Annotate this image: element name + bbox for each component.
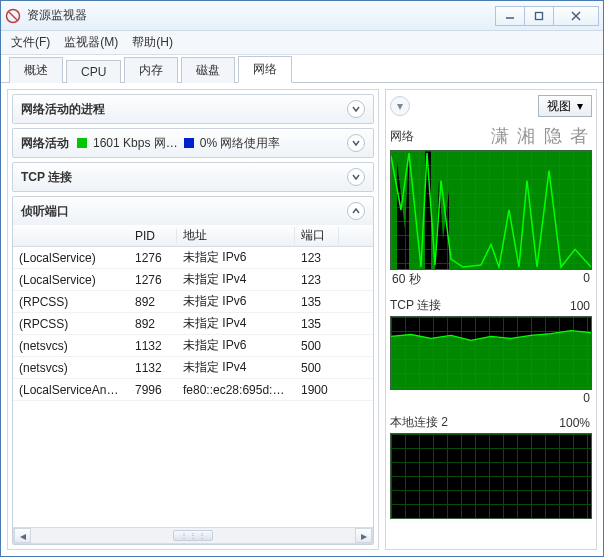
- collapse-button[interactable]: [347, 134, 365, 152]
- cell-addr: 未指定 IPv6: [177, 293, 295, 310]
- activity-usage-label: 0% 网络使用率: [200, 135, 281, 152]
- panel-processes: 网络活动的进程: [12, 94, 374, 124]
- scroll-thumb[interactable]: ⋮⋮⋮: [173, 530, 213, 541]
- graph-local-canvas: [390, 433, 592, 519]
- collapse-button[interactable]: [347, 100, 365, 118]
- col-port[interactable]: 端口: [295, 227, 339, 244]
- swatch-rate: [77, 138, 87, 148]
- panel-activity: 网络活动 1601 Kbps 网… 0% 网络使用率: [12, 128, 374, 158]
- swatch-usage: [184, 138, 194, 148]
- scroll-right-icon[interactable]: ▸: [355, 528, 372, 543]
- graph-network-left: 60 秒: [392, 271, 421, 288]
- right-toolbar: ▾ 视图 ▾: [390, 94, 592, 118]
- graph-network-right: 0: [583, 271, 590, 288]
- menu-monitor[interactable]: 监视器(M): [64, 34, 118, 51]
- tab-cpu[interactable]: CPU: [66, 60, 121, 83]
- panel-tcp-header[interactable]: TCP 连接: [13, 163, 373, 191]
- svg-line-1: [9, 12, 17, 20]
- panel-tcp-title: TCP 连接: [21, 169, 72, 186]
- cell-addr: 未指定 IPv4: [177, 359, 295, 376]
- table-header: PID 地址 端口: [13, 225, 373, 247]
- cell-name: (netsvcs): [13, 339, 129, 353]
- tab-disk[interactable]: 磁盘: [181, 57, 235, 83]
- titlebar[interactable]: 资源监视器: [1, 1, 603, 31]
- cell-pid: 892: [129, 295, 177, 309]
- close-button[interactable]: [553, 6, 599, 26]
- tab-memory[interactable]: 内存: [124, 57, 178, 83]
- graph-local-max: 100%: [559, 416, 590, 430]
- window-controls: [496, 6, 599, 26]
- cell-port: 500: [295, 339, 339, 353]
- table-row[interactable]: (LocalService)1276未指定 IPv6123: [13, 247, 373, 269]
- col-addr[interactable]: 地址: [177, 227, 295, 244]
- graph-tcp: TCP 连接 100 0: [390, 295, 592, 408]
- col-pid[interactable]: PID: [129, 229, 177, 243]
- table-row[interactable]: (netsvcs)1132未指定 IPv4500: [13, 357, 373, 379]
- collapse-button[interactable]: [347, 168, 365, 186]
- panel-activity-header[interactable]: 网络活动 1601 Kbps 网… 0% 网络使用率: [13, 129, 373, 157]
- table-row[interactable]: (netsvcs)1132未指定 IPv6500: [13, 335, 373, 357]
- cell-pid: 1276: [129, 273, 177, 287]
- table-row[interactable]: (LocalServiceAnd…7996fe80::ec28:695d:…19…: [13, 379, 373, 401]
- panel-activity-title: 网络活动: [21, 135, 69, 152]
- table-row[interactable]: (RPCSS)892未指定 IPv6135: [13, 291, 373, 313]
- window: 资源监视器 文件(F) 监视器(M) 帮助(H) 概述 CPU 内存 磁盘 网络…: [0, 0, 604, 557]
- cell-pid: 7996: [129, 383, 177, 397]
- minimize-button[interactable]: [495, 6, 525, 26]
- tab-overview[interactable]: 概述: [9, 57, 63, 83]
- menu-file[interactable]: 文件(F): [11, 34, 50, 51]
- menu-help[interactable]: 帮助(H): [132, 34, 173, 51]
- graph-local: 本地连接 2 100%: [390, 412, 592, 519]
- listen-table: PID 地址 端口 (LocalService)1276未指定 IPv6123(…: [13, 225, 373, 401]
- panel-listen-header[interactable]: 侦听端口: [13, 197, 373, 225]
- cell-addr: 未指定 IPv4: [177, 315, 295, 332]
- cell-name: (LocalService): [13, 251, 129, 265]
- scroll-left-icon[interactable]: ◂: [14, 528, 31, 543]
- cell-addr: fe80::ec28:695d:…: [177, 383, 295, 397]
- left-pane: 网络活动的进程 网络活动 1601 Kbps 网… 0% 网络使用率: [7, 89, 379, 550]
- panel-processes-title: 网络活动的进程: [21, 101, 105, 118]
- cell-pid: 892: [129, 317, 177, 331]
- right-pane: ▾ 视图 ▾ 网络 潇 湘 隐 者: [385, 89, 597, 550]
- cell-name: (LocalServiceAnd…: [13, 383, 129, 397]
- tab-network[interactable]: 网络: [238, 56, 292, 83]
- cell-pid: 1276: [129, 251, 177, 265]
- table-row[interactable]: (LocalService)1276未指定 IPv4123: [13, 269, 373, 291]
- panel-processes-header[interactable]: 网络活动的进程: [13, 95, 373, 123]
- tabstrip: 概述 CPU 内存 磁盘 网络: [1, 55, 603, 83]
- cell-name: (netsvcs): [13, 361, 129, 375]
- graph-local-title: 本地连接 2: [390, 414, 448, 431]
- cell-addr: 未指定 IPv6: [177, 337, 295, 354]
- graph-tcp-title: TCP 连接: [390, 297, 441, 314]
- cell-port: 123: [295, 251, 339, 265]
- cell-port: 123: [295, 273, 339, 287]
- scroll-up-button[interactable]: ▾: [390, 96, 410, 116]
- panel-activity-stats: 1601 Kbps 网… 0% 网络使用率: [77, 135, 339, 152]
- maximize-button[interactable]: [524, 6, 554, 26]
- horizontal-scrollbar[interactable]: ◂ ⋮⋮⋮ ▸: [13, 527, 373, 544]
- activity-rate-label: 1601 Kbps 网…: [93, 135, 178, 152]
- cell-name: (RPCSS): [13, 295, 129, 309]
- dropdown-icon: ▾: [577, 99, 583, 113]
- menubar: 文件(F) 监视器(M) 帮助(H): [1, 31, 603, 55]
- expand-button[interactable]: [347, 202, 365, 220]
- graph-tcp-canvas: [390, 316, 592, 390]
- view-dropdown[interactable]: 视图 ▾: [538, 95, 592, 117]
- cell-name: (RPCSS): [13, 317, 129, 331]
- cell-port: 135: [295, 295, 339, 309]
- window-title: 资源监视器: [27, 7, 496, 24]
- cell-addr: 未指定 IPv4: [177, 271, 295, 288]
- table-row[interactable]: (RPCSS)892未指定 IPv4135: [13, 313, 373, 335]
- graph-network-canvas: [390, 150, 592, 270]
- panel-listen: 侦听端口 PID 地址 端口 (LocalService)1276未指定 IPv…: [12, 196, 374, 545]
- cell-port: 1900: [295, 383, 339, 397]
- graph-tcp-max: 100: [570, 299, 590, 313]
- view-label: 视图: [547, 98, 571, 115]
- content: 网络活动的进程 网络活动 1601 Kbps 网… 0% 网络使用率: [1, 83, 603, 556]
- cell-addr: 未指定 IPv6: [177, 249, 295, 266]
- app-icon: [5, 8, 21, 24]
- panel-tcp: TCP 连接: [12, 162, 374, 192]
- watermark: 潇 湘 隐 者: [491, 124, 591, 148]
- graph-tcp-right: 0: [583, 391, 590, 405]
- cell-name: (LocalService): [13, 273, 129, 287]
